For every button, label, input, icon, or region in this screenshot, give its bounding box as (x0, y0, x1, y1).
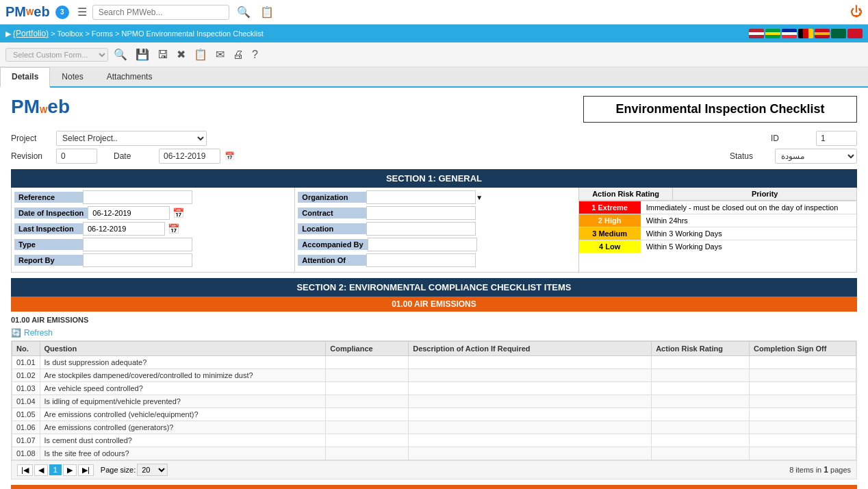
tab-attachments[interactable]: Attachments (95, 67, 164, 86)
cell-q-0108: Is the site free of odours? (40, 447, 326, 460)
cell-s-0102[interactable] (750, 369, 856, 382)
cancel-button[interactable]: ✖ (174, 47, 188, 62)
refresh-icon: 🔄 (11, 328, 21, 338)
prev-page-button[interactable]: ◀ (34, 464, 48, 476)
org-dropdown-icon[interactable]: ▼ (476, 194, 483, 201)
calendar-icon[interactable]: 📋 (260, 5, 274, 18)
attention-label: Attention Of (298, 255, 366, 266)
status-label: Status (730, 151, 771, 161)
last-page-button[interactable]: ▶| (78, 464, 94, 476)
search-icon[interactable]: 🔍 (237, 5, 251, 18)
page-size-select[interactable]: 20 50 100 (137, 464, 168, 476)
copy-button[interactable]: 📋 (191, 47, 210, 62)
cell-d-0105[interactable] (409, 408, 652, 421)
cell-c-0101[interactable] (326, 356, 409, 369)
first-page-button[interactable]: |◀ (17, 464, 33, 476)
col-compliance: Compliance (326, 342, 409, 356)
status-select[interactable]: مسودة (775, 149, 857, 164)
report-by-input[interactable] (83, 253, 192, 267)
cell-q-0105: Are emissions controlled (vehicle/equipm… (40, 408, 326, 421)
reference-input[interactable] (83, 190, 192, 204)
risk-extreme-desc: Immediately - must be closed out on the … (641, 201, 856, 214)
cell-d-0104[interactable] (409, 395, 652, 408)
revision-input[interactable] (56, 149, 97, 164)
last-inspection-input[interactable] (83, 222, 165, 236)
cell-q-0102: Are stockpiles dampened/covered/controll… (40, 369, 326, 382)
project-select[interactable]: Select Project.. (56, 131, 207, 146)
cell-r-0106[interactable] (652, 421, 750, 434)
search-button[interactable]: 🔍 (111, 47, 130, 62)
cell-d-0107[interactable] (409, 434, 652, 447)
flag-fr[interactable] (782, 29, 797, 38)
cell-d-0101[interactable] (409, 356, 652, 369)
cell-d-0108[interactable] (409, 447, 652, 460)
cell-s-0103[interactable] (750, 382, 856, 395)
tab-details[interactable]: Details (0, 67, 50, 88)
power-icon[interactable]: ⏻ (850, 5, 863, 19)
date-calendar-icon[interactable]: 📅 (225, 151, 235, 161)
cell-r-0107[interactable] (652, 434, 750, 447)
page-1-button[interactable]: 1 (49, 464, 62, 475)
breadcrumb-portfolio[interactable]: (Portfolio) (13, 29, 49, 38)
refresh-label[interactable]: Refresh (24, 328, 53, 338)
email-button[interactable]: ✉ (213, 47, 227, 62)
id-field-group: ID (771, 131, 857, 146)
save-button[interactable]: 💾 (133, 47, 152, 62)
cell-d-0106[interactable] (409, 421, 652, 434)
cell-s-0105[interactable] (750, 408, 856, 421)
cell-r-0104[interactable] (652, 395, 750, 408)
cell-c-0105[interactable] (326, 408, 409, 421)
last-inspection-icon[interactable]: 📅 (168, 223, 179, 234)
org-input[interactable] (366, 190, 476, 204)
cell-r-0101[interactable] (652, 356, 750, 369)
cell-s-0107[interactable] (750, 434, 856, 447)
cell-s-0106[interactable] (750, 421, 856, 434)
tab-notes[interactable]: Notes (50, 67, 94, 86)
hamburger-menu[interactable]: ☰ (77, 5, 87, 18)
air-emissions-refresh[interactable]: 🔄 Refresh (11, 325, 857, 340)
cell-r-0105[interactable] (652, 408, 750, 421)
print-button[interactable]: 🖨 (230, 47, 246, 62)
cell-d-0102[interactable] (409, 369, 652, 382)
flag-other[interactable] (847, 29, 863, 38)
cell-d-0103[interactable] (409, 382, 652, 395)
flag-br[interactable] (765, 29, 780, 38)
date-input[interactable] (159, 149, 220, 164)
help-button[interactable]: ? (249, 47, 261, 62)
save-alt-button[interactable]: 🖫 (155, 47, 171, 62)
date-inspection-icon[interactable]: 📅 (173, 208, 184, 218)
custom-form-select[interactable]: Select Custom Form... (5, 48, 108, 62)
next-page-button[interactable]: ▶ (63, 464, 77, 476)
cell-r-0103[interactable] (652, 382, 750, 395)
flag-sa[interactable] (831, 29, 846, 38)
cell-c-0104[interactable] (326, 395, 409, 408)
cell-q-0104: Is idling of equipment/vehicle prevented… (40, 395, 326, 408)
cell-c-0106[interactable] (326, 421, 409, 434)
cell-c-0107[interactable] (326, 434, 409, 447)
search-input[interactable] (92, 5, 229, 20)
shield-badge: 3 (55, 5, 69, 19)
flag-us[interactable] (749, 29, 764, 38)
id-input[interactable] (816, 131, 857, 146)
reference-row: Reference (14, 190, 292, 204)
cell-s-0108[interactable] (750, 447, 856, 460)
cell-r-0108[interactable] (652, 447, 750, 460)
table-row: 01.06 Are emissions controlled (generato… (12, 421, 856, 434)
attention-input[interactable] (366, 253, 476, 267)
type-input[interactable] (83, 238, 192, 251)
report-by-row: Report By (14, 253, 292, 267)
date-inspection-input[interactable] (88, 206, 170, 220)
accompanied-input[interactable] (368, 238, 477, 251)
attention-row: Attention Of (298, 253, 575, 267)
location-input[interactable] (366, 222, 476, 236)
cell-c-0108[interactable] (326, 447, 409, 460)
cell-c-0102[interactable] (326, 369, 409, 382)
cell-r-0102[interactable] (652, 369, 750, 382)
flag-de[interactable] (798, 29, 813, 38)
nuisance-header: 02.00 NUISANCE CONTROL (11, 485, 857, 489)
cell-s-0104[interactable] (750, 395, 856, 408)
contract-input[interactable] (366, 206, 476, 220)
cell-c-0103[interactable] (326, 382, 409, 395)
cell-s-0101[interactable] (750, 356, 856, 369)
flag-es[interactable] (815, 29, 830, 38)
